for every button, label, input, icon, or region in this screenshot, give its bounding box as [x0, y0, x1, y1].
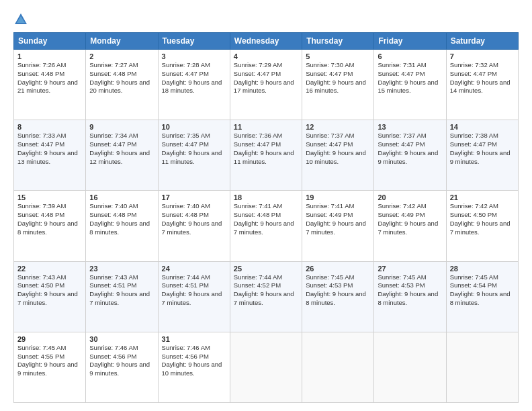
day-number: 16: [89, 193, 154, 201]
day-number: 29: [17, 335, 82, 343]
day-number: 17: [162, 193, 226, 201]
day-number: 19: [306, 193, 370, 201]
day-info: Sunrise: 7:38 AM Sunset: 4:47 PM Dayligh…: [450, 132, 515, 166]
day-info: Sunrise: 7:30 AM Sunset: 4:47 PM Dayligh…: [306, 61, 370, 95]
day-info: Sunrise: 7:44 AM Sunset: 4:51 PM Dayligh…: [162, 273, 226, 308]
day-info: Sunrise: 7:40 AM Sunset: 4:48 PM Dayligh…: [89, 202, 154, 236]
calendar-cell: 16 Sunrise: 7:40 AM Sunset: 4:48 PM Dayl…: [86, 191, 158, 261]
calendar-table: SundayMondayTuesdayWednesdayThursdayFrid…: [13, 32, 519, 403]
day-info: Sunrise: 7:42 AM Sunset: 4:50 PM Dayligh…: [450, 202, 515, 236]
calendar-cell: 28 Sunrise: 7:45 AM Sunset: 4:54 PM Dayl…: [446, 261, 518, 332]
day-info: Sunrise: 7:45 AM Sunset: 4:55 PM Dayligh…: [17, 344, 82, 378]
day-info: Sunrise: 7:29 AM Sunset: 4:47 PM Dayligh…: [234, 61, 298, 95]
day-info: Sunrise: 7:44 AM Sunset: 4:52 PM Dayligh…: [234, 273, 298, 308]
calendar-cell: 12 Sunrise: 7:37 AM Sunset: 4:47 PM Dayl…: [302, 120, 374, 191]
calendar-cell: [230, 332, 302, 402]
day-info: Sunrise: 7:37 AM Sunset: 4:47 PM Dayligh…: [306, 132, 370, 166]
calendar-cell: 26 Sunrise: 7:45 AM Sunset: 4:53 PM Dayl…: [302, 261, 374, 332]
day-number: 21: [450, 193, 515, 201]
calendar-cell: 5 Sunrise: 7:30 AM Sunset: 4:47 PM Dayli…: [302, 50, 374, 120]
day-info: Sunrise: 7:26 AM Sunset: 4:48 PM Dayligh…: [17, 61, 82, 95]
calendar-cell: 25 Sunrise: 7:44 AM Sunset: 4:52 PM Dayl…: [230, 261, 302, 332]
day-number: 4: [234, 52, 298, 60]
day-info: Sunrise: 7:35 AM Sunset: 4:47 PM Dayligh…: [162, 132, 226, 166]
calendar-header-sunday: Sunday: [14, 33, 86, 50]
day-number: 23: [89, 265, 154, 273]
calendar-header-tuesday: Tuesday: [158, 33, 230, 50]
day-info: Sunrise: 7:34 AM Sunset: 4:47 PM Dayligh…: [89, 132, 154, 166]
day-info: Sunrise: 7:43 AM Sunset: 4:50 PM Dayligh…: [17, 273, 82, 308]
calendar-header-saturday: Saturday: [446, 33, 518, 50]
day-number: 1: [17, 52, 82, 60]
day-info: Sunrise: 7:32 AM Sunset: 4:47 PM Dayligh…: [450, 61, 515, 95]
calendar-cell: [302, 332, 374, 402]
calendar-cell: 3 Sunrise: 7:28 AM Sunset: 4:47 PM Dayli…: [158, 50, 230, 120]
logo: [13, 12, 31, 27]
day-info: Sunrise: 7:27 AM Sunset: 4:48 PM Dayligh…: [89, 61, 154, 95]
day-number: 14: [450, 123, 515, 131]
calendar-cell: 6 Sunrise: 7:31 AM Sunset: 4:47 PM Dayli…: [374, 50, 446, 120]
calendar-cell: 7 Sunrise: 7:32 AM Sunset: 4:47 PM Dayli…: [446, 50, 518, 120]
day-number: 24: [162, 265, 226, 273]
calendar-cell: 15 Sunrise: 7:39 AM Sunset: 4:48 PM Dayl…: [14, 191, 86, 261]
day-number: 11: [234, 123, 298, 131]
day-info: Sunrise: 7:45 AM Sunset: 4:53 PM Dayligh…: [306, 273, 370, 308]
calendar-header-friday: Friday: [374, 33, 446, 50]
day-info: Sunrise: 7:45 AM Sunset: 4:53 PM Dayligh…: [378, 273, 442, 308]
day-info: Sunrise: 7:37 AM Sunset: 4:47 PM Dayligh…: [378, 132, 442, 166]
calendar-cell: 21 Sunrise: 7:42 AM Sunset: 4:50 PM Dayl…: [446, 191, 518, 261]
day-info: Sunrise: 7:39 AM Sunset: 4:48 PM Dayligh…: [17, 202, 82, 236]
page: SundayMondayTuesdayWednesdayThursdayFrid…: [0, 0, 532, 411]
calendar-cell: [374, 332, 446, 402]
day-number: 12: [306, 123, 370, 131]
calendar-week-4: 22 Sunrise: 7:43 AM Sunset: 4:50 PM Dayl…: [14, 261, 519, 332]
day-number: 25: [234, 265, 298, 273]
day-number: 7: [450, 52, 515, 60]
day-number: 6: [378, 52, 442, 60]
calendar-cell: 27 Sunrise: 7:45 AM Sunset: 4:53 PM Dayl…: [374, 261, 446, 332]
calendar-header-wednesday: Wednesday: [230, 33, 302, 50]
calendar-cell: 30 Sunrise: 7:46 AM Sunset: 4:56 PM Dayl…: [86, 332, 158, 402]
calendar-cell: 17 Sunrise: 7:40 AM Sunset: 4:48 PM Dayl…: [158, 191, 230, 261]
calendar-week-3: 15 Sunrise: 7:39 AM Sunset: 4:48 PM Dayl…: [14, 191, 519, 261]
calendar-cell: 19 Sunrise: 7:41 AM Sunset: 4:49 PM Dayl…: [302, 191, 374, 261]
calendar-week-5: 29 Sunrise: 7:45 AM Sunset: 4:55 PM Dayl…: [14, 332, 519, 402]
day-info: Sunrise: 7:36 AM Sunset: 4:47 PM Dayligh…: [234, 132, 298, 166]
day-number: 8: [17, 123, 82, 131]
calendar-header-monday: Monday: [86, 33, 158, 50]
calendar-week-1: 1 Sunrise: 7:26 AM Sunset: 4:48 PM Dayli…: [14, 50, 519, 120]
day-number: 31: [162, 335, 226, 343]
calendar-cell: 13 Sunrise: 7:37 AM Sunset: 4:47 PM Dayl…: [374, 120, 446, 191]
day-number: 30: [89, 335, 154, 343]
calendar-cell: 4 Sunrise: 7:29 AM Sunset: 4:47 PM Dayli…: [230, 50, 302, 120]
calendar-cell: 20 Sunrise: 7:42 AM Sunset: 4:49 PM Dayl…: [374, 191, 446, 261]
calendar-cell: 9 Sunrise: 7:34 AM Sunset: 4:47 PM Dayli…: [86, 120, 158, 191]
logo-icon: [13, 12, 28, 27]
calendar-cell: 10 Sunrise: 7:35 AM Sunset: 4:47 PM Dayl…: [158, 120, 230, 191]
calendar-cell: 23 Sunrise: 7:43 AM Sunset: 4:51 PM Dayl…: [86, 261, 158, 332]
calendar-cell: 2 Sunrise: 7:27 AM Sunset: 4:48 PM Dayli…: [86, 50, 158, 120]
calendar-cell: 24 Sunrise: 7:44 AM Sunset: 4:51 PM Dayl…: [158, 261, 230, 332]
day-number: 20: [378, 193, 442, 201]
calendar-cell: 31 Sunrise: 7:46 AM Sunset: 4:56 PM Dayl…: [158, 332, 230, 402]
day-info: Sunrise: 7:46 AM Sunset: 4:56 PM Dayligh…: [162, 344, 226, 378]
day-number: 22: [17, 265, 82, 273]
day-number: 15: [17, 193, 82, 201]
calendar-cell: 18 Sunrise: 7:41 AM Sunset: 4:48 PM Dayl…: [230, 191, 302, 261]
day-number: 13: [378, 123, 442, 131]
day-number: 27: [378, 265, 442, 273]
calendar-cell: 14 Sunrise: 7:38 AM Sunset: 4:47 PM Dayl…: [446, 120, 518, 191]
day-info: Sunrise: 7:46 AM Sunset: 4:56 PM Dayligh…: [89, 344, 154, 378]
day-info: Sunrise: 7:45 AM Sunset: 4:54 PM Dayligh…: [450, 273, 515, 308]
day-info: Sunrise: 7:33 AM Sunset: 4:47 PM Dayligh…: [17, 132, 82, 166]
day-info: Sunrise: 7:40 AM Sunset: 4:48 PM Dayligh…: [162, 202, 226, 236]
day-number: 28: [450, 265, 515, 273]
day-number: 26: [306, 265, 370, 273]
calendar-cell: 22 Sunrise: 7:43 AM Sunset: 4:50 PM Dayl…: [14, 261, 86, 332]
calendar-week-2: 8 Sunrise: 7:33 AM Sunset: 4:47 PM Dayli…: [14, 120, 519, 191]
calendar-cell: 11 Sunrise: 7:36 AM Sunset: 4:47 PM Dayl…: [230, 120, 302, 191]
day-info: Sunrise: 7:41 AM Sunset: 4:48 PM Dayligh…: [234, 202, 298, 236]
calendar-cell: 8 Sunrise: 7:33 AM Sunset: 4:47 PM Dayli…: [14, 120, 86, 191]
day-info: Sunrise: 7:43 AM Sunset: 4:51 PM Dayligh…: [89, 273, 154, 308]
calendar-header-row: SundayMondayTuesdayWednesdayThursdayFrid…: [14, 33, 519, 50]
